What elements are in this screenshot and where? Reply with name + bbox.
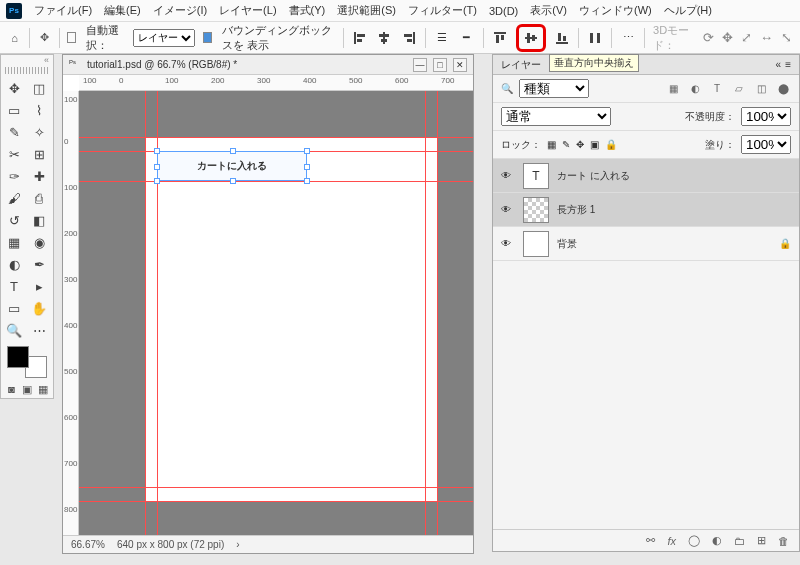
filter-image-icon[interactable]: ▦ [665, 81, 681, 97]
layer-name[interactable]: カート に入れる [557, 169, 630, 183]
close-button[interactable]: ✕ [453, 58, 467, 72]
lock-icon[interactable]: 🔒 [779, 238, 791, 249]
gradient-tool[interactable]: ▦ [3, 232, 25, 252]
lock-artboard-icon[interactable]: ▣ [590, 139, 599, 150]
guide-vertical[interactable] [145, 91, 146, 535]
pan-icon[interactable]: ✥ [722, 30, 733, 45]
new-group-icon[interactable]: 🗀 [734, 535, 745, 547]
menu-type[interactable]: 書式(Y) [289, 3, 326, 18]
auto-select-checkbox[interactable] [67, 32, 75, 43]
rectangle-tool[interactable]: ▭ [3, 298, 25, 318]
eraser-tool[interactable]: ◧ [28, 210, 50, 230]
pen-tool[interactable]: ✒ [28, 254, 50, 274]
lock-brush-icon[interactable]: ✎ [562, 139, 570, 150]
stamp-tool[interactable]: ⎙ [28, 188, 50, 208]
align-top-edges[interactable] [491, 28, 507, 48]
fill-input[interactable]: 100% [741, 135, 791, 154]
align-bottom-edges[interactable] [554, 28, 570, 48]
layer-mask-icon[interactable]: ◯ [688, 534, 700, 547]
ruler-horizontal[interactable]: 100 0 100 200 300 400 500 600 700 [79, 75, 473, 91]
type-tool[interactable]: T [3, 276, 25, 296]
slide-icon[interactable]: ↔ [760, 30, 773, 45]
dodge-tool[interactable]: ◐ [3, 254, 25, 274]
artboard-tool[interactable]: ◫ [28, 78, 50, 98]
align-horizontal-centers[interactable] [376, 28, 392, 48]
layer-name[interactable]: 背景 [557, 237, 577, 251]
layer-filter-type[interactable]: 種類 [519, 79, 589, 98]
menu-3d[interactable]: 3D(D) [489, 5, 518, 17]
scale-icon[interactable]: ⤡ [781, 30, 792, 45]
edit-toolbar[interactable]: ⋯ [28, 320, 50, 340]
layer-item[interactable]: 👁 T カート に入れる [493, 159, 799, 193]
home-icon[interactable]: ⌂ [8, 29, 21, 47]
menu-filter[interactable]: フィルター(T) [408, 3, 477, 18]
filter-shape-icon[interactable]: ▱ [731, 81, 747, 97]
guide-horizontal[interactable] [79, 487, 473, 488]
filter-adjust-icon[interactable]: ◐ [687, 81, 703, 97]
more-options-icon[interactable]: ⋯ [620, 28, 636, 48]
distribute-spacing[interactable]: ━ [458, 28, 474, 48]
opacity-input[interactable]: 100% [741, 107, 791, 126]
canvas[interactable]: カートに入れる [79, 91, 473, 535]
minimize-button[interactable]: — [413, 58, 427, 72]
link-layers-icon[interactable]: ⚯ [646, 534, 655, 547]
healing-tool[interactable]: ✚ [28, 166, 50, 186]
screen-mode-icon[interactable]: ▣ [21, 382, 34, 396]
foreground-color[interactable] [7, 346, 29, 368]
doc-dimensions[interactable]: 640 px x 800 px (72 ppi) [117, 539, 224, 550]
layer-fx-icon[interactable]: fx [667, 535, 676, 547]
filter-type-icon[interactable]: T [709, 81, 725, 97]
move-tool[interactable]: ✥ [3, 78, 25, 98]
menu-view[interactable]: 表示(V) [530, 3, 567, 18]
selected-layer-bbox[interactable]: カートに入れる [157, 151, 307, 181]
filter-toggle-icon[interactable]: ⬤ [775, 81, 791, 97]
filter-smart-icon[interactable]: ◫ [753, 81, 769, 97]
zoom-tool[interactable]: 🔍 [3, 320, 25, 340]
crop-tool[interactable]: ✂ [3, 144, 25, 164]
blur-tool[interactable]: ◉ [28, 232, 50, 252]
menu-edit[interactable]: 編集(E) [104, 3, 141, 18]
lock-pixels-icon[interactable]: ▦ [547, 139, 556, 150]
panel-collapse-icon[interactable]: « [776, 59, 782, 70]
hand-tool[interactable]: ✋ [28, 298, 50, 318]
ruler-vertical[interactable]: 100 0 100 200 300 400 500 600 700 800 [63, 91, 79, 535]
panel-menu-icon[interactable]: ≡ [785, 59, 791, 70]
new-layer-icon[interactable]: ⊞ [757, 534, 766, 547]
lasso-tool[interactable]: ⌇ [28, 100, 50, 120]
move-tool-icon[interactable]: ✥ [38, 29, 51, 47]
layers-panel-title[interactable]: レイヤー [501, 58, 541, 72]
orbit-icon[interactable]: ⟳ [703, 30, 714, 45]
extra-icon[interactable]: ▦ [36, 382, 49, 396]
menu-help[interactable]: ヘルプ(H) [664, 3, 712, 18]
document-titlebar[interactable]: Ps tutorial1.psd @ 66.7% (RGB/8#) * — □ … [63, 55, 473, 75]
align-vertical-centers[interactable] [520, 28, 542, 48]
guide-vertical[interactable] [425, 91, 426, 535]
brush-tool[interactable]: 🖌 [3, 188, 25, 208]
distribute-vertical[interactable] [587, 28, 603, 48]
quick-mask-icon[interactable]: ◙ [5, 382, 18, 396]
guide-horizontal[interactable] [79, 501, 473, 502]
blend-mode-select[interactable]: 通常 [501, 107, 611, 126]
frame-tool[interactable]: ⊞ [28, 144, 50, 164]
layer-item[interactable]: 👁 背景 🔒 [493, 227, 799, 261]
color-swatches[interactable] [7, 346, 47, 378]
adjustment-layer-icon[interactable]: ◐ [712, 534, 722, 547]
distribute-horizontal[interactable]: ☰ [434, 28, 450, 48]
guide-horizontal[interactable] [79, 181, 473, 182]
auto-select-target[interactable]: レイヤー [133, 29, 195, 47]
show-bbox-checkbox[interactable] [203, 32, 211, 43]
menu-window[interactable]: ウィンドウ(W) [579, 3, 652, 18]
menu-select[interactable]: 選択範囲(S) [337, 3, 396, 18]
visibility-icon[interactable]: 👁 [501, 238, 515, 249]
lock-position-icon[interactable]: ✥ [576, 139, 584, 150]
history-brush-tool[interactable]: ↺ [3, 210, 25, 230]
path-select-tool[interactable]: ▸ [28, 276, 50, 296]
delete-layer-icon[interactable]: 🗑 [778, 535, 789, 547]
menu-file[interactable]: ファイル(F) [34, 3, 92, 18]
visibility-icon[interactable]: 👁 [501, 204, 515, 215]
lock-all-icon[interactable]: 🔒 [605, 139, 617, 150]
align-left-edges[interactable] [352, 28, 368, 48]
panel-grip[interactable] [5, 67, 49, 74]
visibility-icon[interactable]: 👁 [501, 170, 515, 181]
eyedropper-tool[interactable]: ✑ [3, 166, 25, 186]
